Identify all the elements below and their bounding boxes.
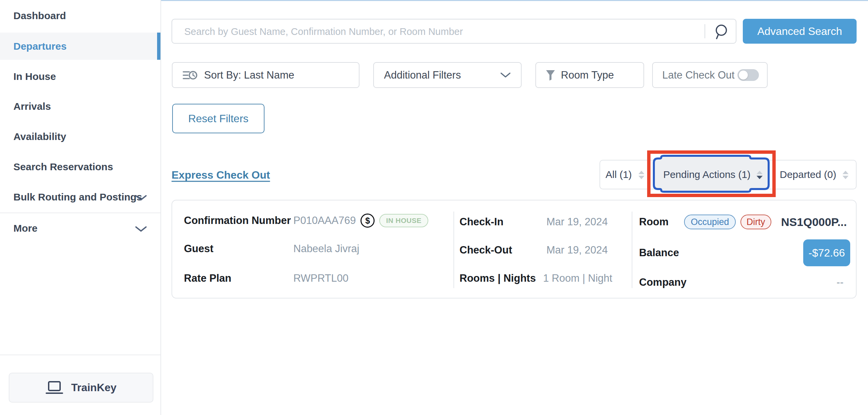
- departures-page: Dashboard Departures In House Arrivals A…: [0, 0, 868, 415]
- guest-label: Guest: [184, 243, 214, 255]
- additional-filters-dropdown[interactable]: Additional Filters: [373, 62, 522, 88]
- search-input[interactable]: [184, 20, 699, 43]
- check-in-value: Mar 19, 2024: [547, 216, 608, 228]
- in-house-badge: IN HOUSE: [379, 214, 428, 227]
- company-value: --: [836, 276, 843, 289]
- company-label: Company: [639, 276, 686, 289]
- rate-plan-label: Rate Plan: [184, 272, 231, 285]
- advanced-search-button[interactable]: Advanced Search: [743, 19, 857, 43]
- confirmation-number-label: Confirmation Number: [184, 214, 291, 227]
- trainkey-button[interactable]: TrainKey: [9, 373, 153, 403]
- sidebar-divider: [0, 212, 160, 213]
- search-divider: [705, 24, 705, 38]
- late-check-out-toggle[interactable]: [738, 69, 759, 81]
- trainkey-label: TrainKey: [71, 381, 117, 394]
- toggle-knob: [739, 70, 748, 80]
- sidebar-item-in-house[interactable]: In House: [13, 71, 56, 82]
- room-type-filter[interactable]: Room Type: [535, 62, 644, 88]
- balance-label: Balance: [639, 247, 679, 259]
- late-check-out-label: Late Check Out: [662, 69, 735, 81]
- guest-value: Nabeela Jivraj: [293, 243, 359, 255]
- rate-plan-value: RWPRTL00: [293, 272, 348, 285]
- sidebar-item-search-reservations[interactable]: Search Reservations: [13, 161, 113, 173]
- sidebar-item-dashboard[interactable]: Dashboard: [13, 10, 66, 22]
- room-label: Room: [639, 216, 669, 228]
- sidebar-item-departures[interactable]: Departures: [13, 41, 66, 52]
- balance-value: -$72.66: [809, 247, 845, 259]
- funnel-icon: [546, 69, 556, 81]
- search-icon[interactable]: [713, 24, 729, 40]
- tab-all[interactable]: All (1): [606, 169, 632, 180]
- card-divider: [632, 211, 632, 288]
- sort-arrows-icon[interactable]: [842, 171, 848, 179]
- confirmation-number-row: P010AAA769 $ IN HOUSE: [293, 213, 428, 228]
- laptop-icon: [45, 381, 63, 395]
- late-check-out-filter: Late Check Out: [652, 62, 768, 88]
- payment-dollar-icon[interactable]: $: [361, 213, 375, 228]
- check-in-label: Check-In: [460, 216, 503, 228]
- active-nav-indicator: [157, 33, 160, 60]
- room-status-badges: Occupied Dirty: [684, 214, 771, 229]
- room-number-value: NS1Q000P...: [781, 215, 847, 229]
- reset-filters-button[interactable]: Reset Filters: [172, 104, 265, 133]
- chevron-down-icon: [135, 195, 147, 201]
- room-type-label: Room Type: [561, 69, 614, 81]
- confirmation-number-value: P010AAA769: [293, 214, 356, 227]
- sidebar-item-arrivals[interactable]: Arrivals: [13, 101, 51, 112]
- sidebar: Dashboard Departures In House Arrivals A…: [0, 0, 161, 415]
- sort-by-label: Sort By: Last Name: [204, 69, 294, 81]
- rooms-nights-value: 1 Room | Night: [543, 272, 612, 285]
- dirty-badge: Dirty: [740, 214, 771, 229]
- additional-filters-label: Additional Filters: [384, 69, 461, 81]
- tab-departed[interactable]: Departed (0): [780, 169, 836, 180]
- rooms-nights-label: Rooms | Nights: [460, 272, 536, 285]
- occupied-badge: Occupied: [684, 214, 736, 229]
- sort-by-time-icon: [183, 69, 197, 81]
- balance-badge[interactable]: -$72.66: [803, 239, 850, 266]
- express-check-out-link[interactable]: Express Check Out: [172, 169, 270, 181]
- sidebar-item-bulk-routing[interactable]: Bulk Routing and Postings: [13, 191, 142, 203]
- annotation-highlight-box: [647, 150, 776, 197]
- card-divider: [454, 211, 454, 288]
- chevron-down-icon: [500, 72, 511, 78]
- search-bar: [172, 19, 737, 43]
- sidebar-item-more[interactable]: More: [13, 223, 38, 234]
- sort-by-dropdown[interactable]: Sort By: Last Name: [172, 62, 360, 88]
- sidebar-item-availability[interactable]: Availability: [13, 131, 66, 142]
- sidebar-divider: [0, 355, 160, 355]
- check-out-label: Check-Out: [460, 244, 512, 256]
- chevron-down-icon: [135, 226, 147, 232]
- sort-arrows-icon[interactable]: [639, 171, 645, 179]
- check-out-value: Mar 19, 2024: [547, 244, 608, 256]
